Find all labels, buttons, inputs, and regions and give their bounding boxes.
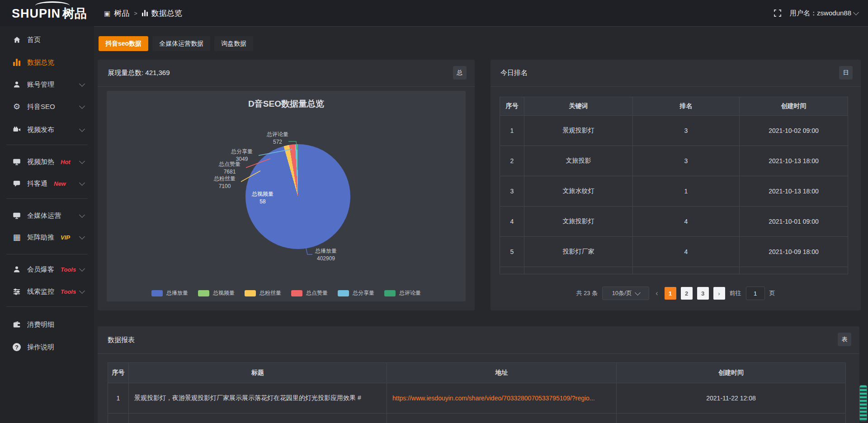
goto-label: 前往: [730, 289, 741, 297]
chevron-down-icon: [79, 158, 85, 164]
breadcrumb-app[interactable]: 树品: [114, 8, 129, 19]
report-panel-title: 数据报表: [108, 336, 135, 344]
sidebar-item-member-burst[interactable]: 会员爆客 Tools: [0, 258, 94, 280]
vip-badge: VIP: [61, 234, 70, 241]
sidebar-item-label: 矩阵助推: [27, 233, 54, 242]
col-url: 地址: [387, 363, 617, 383]
goto-page-input[interactable]: [746, 287, 765, 300]
prev-page-button[interactable]: ‹: [654, 289, 660, 297]
topbar: SHUPIN 树品 ▣ 树品 > 数据总览 用户名：zswodun88: [0, 0, 868, 26]
chevron-down-icon: [79, 81, 85, 87]
ranking-panel-header: 今日排名 日: [491, 60, 861, 87]
question-icon: ?: [12, 343, 22, 351]
scroll-float-widget[interactable]: [859, 385, 867, 421]
table-row: 5 投影灯厂家 4 2021-10-09 18:00: [500, 237, 848, 267]
table-row: 1 景观投影灯 3 2021-10-02 09:00: [500, 116, 848, 146]
col-index: 序号: [500, 97, 524, 116]
user-menu[interactable]: 用户名：zswodun88: [790, 9, 858, 18]
sidebar-item-label: 操作说明: [27, 343, 54, 352]
table-row: 4 文旅投影灯 4 2021-10-01 09:00: [500, 207, 848, 237]
video-title: 景观投影灯，夜游景观投影灯厂家展示展示落花灯在花园里的灯光投影应用效果 #: [129, 383, 387, 414]
ranking-panel: 今日排名 日 序号 关键词 排名 创建时间 1 景观投影灯 3 2021-10-…: [491, 60, 861, 310]
legend-item-video[interactable]: 总视频量: [198, 289, 235, 297]
tools-badge: Tools: [61, 288, 76, 295]
data-tabs: 抖音seo数据 全媒体运营数据 询盘数据: [99, 36, 253, 51]
total-badge-button[interactable]: 总: [453, 66, 467, 80]
chart-title: D音SEO数据量总览: [107, 98, 466, 110]
chevron-down-icon: [635, 290, 641, 296]
sidebar-item-account[interactable]: 账号管理: [0, 74, 94, 95]
chevron-down-icon: [79, 126, 85, 132]
tab-media-operation[interactable]: 全媒体运营数据: [152, 36, 210, 51]
sidebar-item-label: 账号管理: [27, 80, 54, 89]
new-badge: New: [54, 180, 66, 187]
video-camera-icon: [12, 127, 22, 133]
overview-panel-header: 展现量总数: 421,369 总: [98, 60, 475, 87]
video-link[interactable]: https://www.iesdouyin.com/share/video/70…: [392, 395, 595, 402]
goto-suffix: 页: [769, 289, 775, 297]
username-label: 用户名：zswodun88: [790, 9, 851, 18]
sidebar-divider: [6, 254, 88, 254]
sidebar-item-label: 视频发布: [27, 126, 54, 134]
page-size-select[interactable]: 10条/页: [602, 287, 649, 300]
report-table: 序号 标题 地址 创建时间 1 景观投影灯，夜游景观投影灯厂家展示展示落花灯在花…: [108, 362, 846, 423]
page-button-1[interactable]: 1: [665, 287, 676, 300]
wallet-icon: [12, 321, 22, 328]
table-badge-button[interactable]: 表: [838, 333, 851, 346]
next-page-button[interactable]: ›: [713, 287, 725, 300]
sidebar-item-label: 抖音SEO: [27, 103, 55, 111]
table-row-stub: [108, 414, 845, 423]
sidebar-item-instructions[interactable]: ? 操作说明: [0, 336, 94, 358]
sidebar-divider: [6, 306, 88, 307]
sidebar-item-matrix-boost[interactable]: ▦ 矩阵助推 VIP: [0, 226, 94, 248]
sidebar-item-data-overview[interactable]: 数据总览: [0, 52, 94, 73]
tab-inquiry[interactable]: 询盘数据: [214, 36, 253, 51]
monitor-icon: [12, 212, 22, 219]
breadcrumb-page[interactable]: 数据总览: [151, 8, 182, 19]
page-button-3[interactable]: 3: [697, 287, 709, 300]
sidebar-item-douyin-seo[interactable]: ⚙ 抖音SEO: [0, 96, 94, 118]
sidebar-item-video-heat[interactable]: 视频加热 Hot: [0, 151, 94, 173]
tab-douyin-seo[interactable]: 抖音seo数据: [99, 36, 148, 51]
main-content: 抖音seo数据 全媒体运营数据 询盘数据 展现量总数: 421,369 总 D音…: [94, 26, 868, 423]
chevron-down-icon: [79, 266, 85, 272]
sidebar-item-doketong[interactable]: 抖客通 New: [0, 173, 94, 194]
sidebar-item-media-operation[interactable]: 全媒体运营: [0, 205, 94, 226]
sidebar-item-label: 数据总览: [27, 58, 54, 67]
monitor-icon: [12, 159, 22, 165]
legend-item-share[interactable]: 总分享量: [338, 289, 374, 297]
legend-item-comment[interactable]: 总评论量: [384, 289, 421, 297]
legend-item-play[interactable]: 总播放量: [151, 289, 188, 297]
sidebar-item-label: 抖客通: [27, 179, 47, 188]
tools-badge: Tools: [61, 266, 76, 273]
breadcrumb-separator: >: [134, 10, 137, 17]
pie-label-comment: 总评论量572: [250, 131, 305, 146]
day-badge-button[interactable]: 日: [839, 66, 853, 80]
legend-item-like[interactable]: 总点赞量: [291, 289, 328, 297]
sidebar-item-label: 首页: [27, 36, 41, 44]
sidebar-item-label: 视频加热: [27, 158, 54, 166]
legend-item-fans[interactable]: 总粉丝量: [245, 289, 281, 297]
col-index: 序号: [108, 363, 129, 383]
chevron-down-icon: [79, 103, 85, 109]
bar-chart-icon: [12, 59, 22, 66]
ranking-table-header: 序号 关键词 排名 创建时间: [500, 97, 848, 116]
sidebar-item-video-publish[interactable]: 视频发布: [0, 119, 94, 141]
logo-arc: [35, 1, 70, 10]
sidebar-item-home[interactable]: 首页: [0, 29, 94, 51]
sidebar-item-consumption[interactable]: 消费明细: [0, 314, 94, 335]
bar-chart-icon: [142, 10, 148, 16]
created-time: 2021-11-22 12:08: [617, 383, 845, 414]
col-created: 创建时间: [740, 97, 848, 116]
sidebar-divider: [6, 145, 88, 145]
sidebar: 首页 数据总览 账号管理 ⚙ 抖音SEO 视频发布 视频加热 Hot 抖客通 N…: [0, 26, 94, 423]
chart-legend: 总播放量 总视频量 总粉丝量 总点赞量 总分享量 总评论量: [107, 289, 466, 297]
user-icon: [12, 266, 22, 273]
fullscreen-icon[interactable]: [774, 9, 782, 17]
sidebar-item-label: 会员爆客: [27, 265, 54, 274]
breadcrumb: ▣ 树品 > 数据总览: [104, 0, 182, 26]
sidebar-item-lead-monitor[interactable]: 线索监控 Tools: [0, 281, 94, 302]
page-button-2[interactable]: 2: [681, 287, 693, 300]
chevron-down-icon: [79, 212, 85, 218]
home-icon: [12, 36, 22, 43]
